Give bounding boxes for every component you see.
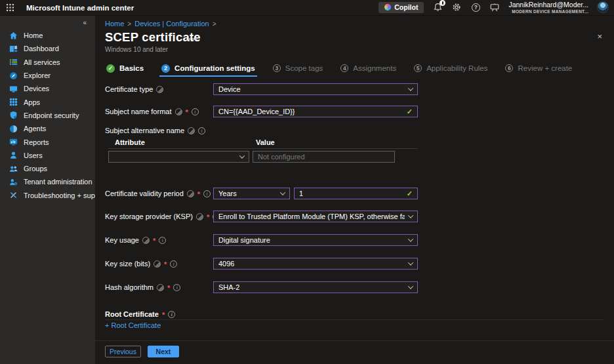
footer-divider: [95, 340, 614, 341]
next-button[interactable]: Next: [148, 346, 179, 357]
breadcrumb-home[interactable]: Home: [105, 20, 124, 28]
sidebar-item-dashboard[interactable]: Dashboard: [0, 42, 95, 55]
account-menu[interactable]: JannikReinhard@Moder... MODERN DEVICE MA…: [508, 1, 588, 14]
app-title[interactable]: Microsoft Intune admin center: [26, 4, 134, 12]
field-label-text: Certificate validity period: [105, 190, 184, 197]
app-launcher-icon[interactable]: [0, 0, 20, 16]
explorer-compass-icon: [9, 71, 18, 80]
previous-button[interactable]: Previous: [105, 346, 141, 357]
san-value-input[interactable]: [253, 151, 395, 163]
valid-check-icon: ✓: [407, 190, 413, 198]
sidebar-item-troubleshooting-support[interactable]: Troubleshooting + support: [0, 189, 95, 202]
avatar[interactable]: [597, 1, 609, 13]
copilot-button[interactable]: Copilot: [379, 2, 424, 13]
sidebar-item-groups[interactable]: Groups: [0, 162, 95, 175]
sidebar-item-devices[interactable]: Devices: [0, 82, 95, 95]
chevron-down-icon: [280, 190, 285, 195]
feedback-icon[interactable]: [489, 2, 500, 12]
info-icon[interactable]: i: [170, 260, 177, 268]
certificate-validity-period-label: Certificate validity period * i: [105, 188, 211, 199]
validity-unit-select[interactable]: Years: [213, 188, 290, 199]
sidebar-item-label: Reports: [24, 138, 49, 146]
sidebar-item-explorer[interactable]: Explorer: [0, 69, 95, 82]
subject-name-format-label: Subject name format * i: [105, 106, 199, 117]
selected-value: SHA-2: [218, 283, 239, 291]
info-icon[interactable]: i: [173, 284, 180, 291]
validity-value-input[interactable]: 1 ✓: [294, 188, 418, 199]
info-icon[interactable]: i: [198, 127, 205, 134]
key-usage-select[interactable]: Digital signature: [213, 234, 418, 246]
info-icon[interactable]: i: [159, 237, 166, 244]
breadcrumb-devices-configuration[interactable]: Devices | Configuration: [134, 20, 209, 28]
chevron-down-icon: [239, 153, 245, 158]
settings-gear-icon[interactable]: [451, 2, 462, 12]
sidebar-item-reports[interactable]: Reports: [0, 135, 95, 148]
step-applicability-rules[interactable]: 5 Applicability Rules: [414, 64, 487, 72]
sidebar-item-users[interactable]: Users: [0, 149, 95, 162]
step-basics[interactable]: ✓ Basics: [106, 64, 144, 73]
copilot-sparkle-icon[interactable]: [196, 213, 203, 220]
sidebar-item-home[interactable]: Home: [0, 29, 95, 42]
copilot-sparkle-icon[interactable]: [154, 260, 161, 268]
hash-algorithm-select[interactable]: SHA-2: [213, 281, 418, 293]
copilot-sparkle-icon[interactable]: [187, 190, 194, 197]
required-icon: *: [153, 237, 155, 245]
required-icon: *: [186, 108, 188, 116]
field-label-text: Key size (bits): [105, 260, 150, 268]
sidebar-item-all-services[interactable]: All services: [0, 56, 95, 69]
copilot-sparkle-icon[interactable]: [142, 237, 150, 244]
shield-icon: [9, 111, 18, 120]
step-number: 6: [505, 64, 513, 72]
devices-icon: [9, 84, 18, 93]
copilot-sparkle-icon[interactable]: [175, 108, 182, 115]
step-number: 5: [414, 64, 422, 72]
close-icon[interactable]: ×: [597, 31, 602, 41]
step-label: Assignments: [353, 64, 396, 72]
san-attribute-select[interactable]: [108, 151, 249, 163]
sidebar-item-apps[interactable]: Apps: [0, 95, 95, 108]
tenant-administration-icon: [9, 177, 18, 186]
sidebar-item-agents[interactable]: Agents: [0, 122, 95, 135]
copilot-sparkle-icon[interactable]: [188, 127, 195, 134]
key-size-select[interactable]: 4096: [213, 258, 418, 270]
info-icon[interactable]: i: [168, 311, 175, 318]
step-label: Scope tags: [285, 64, 323, 72]
more-options-icon[interactable]: [189, 38, 197, 40]
sidebar-item-label: Devices: [24, 85, 49, 92]
page-title: SCEP certificate: [105, 30, 201, 45]
subject-name-format-input[interactable]: CN={{AAD_Device_ID}} ✓: [213, 106, 418, 117]
sidebar-item-label: Groups: [24, 165, 47, 172]
step-review-create[interactable]: 6 Review + create: [505, 64, 572, 72]
key-usage-label: Key usage * i: [105, 234, 166, 246]
info-icon[interactable]: i: [192, 108, 199, 115]
copilot-sparkle-icon[interactable]: [156, 86, 163, 93]
field-label-text: Root Certificate: [105, 310, 159, 318]
add-root-certificate-link[interactable]: + Root Certificate: [105, 321, 161, 329]
info-icon[interactable]: i: [203, 190, 211, 197]
all-services-icon: [9, 58, 18, 67]
step-configuration-settings[interactable]: 2 Configuration settings: [161, 64, 255, 73]
sidebar-item-endpoint-security[interactable]: Endpoint security: [0, 109, 95, 122]
hash-algorithm-label: Hash algorithm * i: [105, 281, 180, 293]
step-scope-tags[interactable]: 3 Scope tags: [273, 64, 323, 72]
sidebar-collapse-icon[interactable]: «: [0, 16, 95, 28]
sidebar-nav-list: Home Dashboard All services Explorer Dev…: [0, 28, 95, 202]
sidebar-item-label: Agents: [24, 125, 46, 132]
key-storage-provider-select[interactable]: Enroll to Trusted Platform Module (TPM) …: [213, 211, 418, 222]
required-icon: *: [207, 213, 209, 221]
subject-alternative-name-label: Subject alternative name i: [105, 125, 205, 136]
agents-icon: [9, 124, 18, 133]
step-assignments[interactable]: 4 Assignments: [340, 64, 396, 72]
certificate-type-label: Certificate type: [105, 83, 163, 95]
sidebar-item-label: Endpoint security: [24, 111, 79, 119]
valid-check-icon: ✓: [407, 108, 413, 116]
selected-value: Device: [218, 85, 241, 93]
step-label: Configuration settings: [174, 64, 255, 72]
help-icon[interactable]: ?: [470, 2, 481, 12]
sidebar: « Home Dashboard All services Explorer D…: [0, 16, 95, 364]
copilot-sparkle-icon[interactable]: [157, 284, 164, 291]
notifications-bell-icon[interactable]: [432, 2, 443, 12]
certificate-type-select[interactable]: Device: [213, 83, 418, 95]
step-number: 4: [340, 64, 348, 72]
sidebar-item-tenant-administration[interactable]: Tenant administration: [0, 175, 95, 188]
